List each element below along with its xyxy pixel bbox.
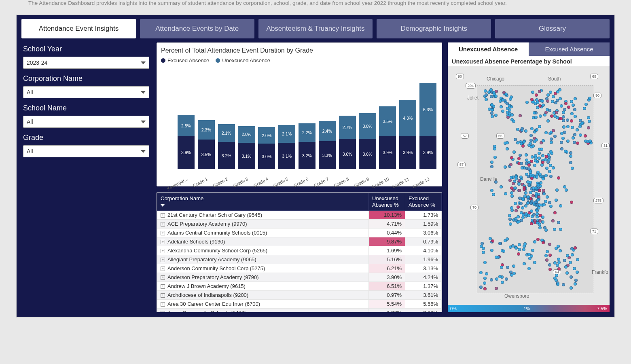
map-school-dot[interactable]	[531, 155, 534, 159]
map-school-dot[interactable]	[549, 175, 553, 178]
chart-area[interactable]: 3.9%2.5%Kindergar...3.5%2.3%Grade 13.2%2…	[161, 66, 438, 169]
map-school-dot[interactable]	[541, 154, 544, 157]
map-school-dot[interactable]	[523, 188, 526, 191]
map-school-dot[interactable]	[508, 218, 512, 221]
map-school-dot[interactable]	[518, 179, 521, 182]
map-school-dot[interactable]	[566, 125, 570, 128]
map-school-dot[interactable]	[549, 205, 553, 208]
tab-4[interactable]: Glossary	[495, 19, 610, 38]
map-school-dot[interactable]	[587, 116, 590, 119]
map-school-dot[interactable]	[538, 148, 541, 151]
map-school-dot[interactable]	[534, 154, 537, 157]
map-school-dot[interactable]	[534, 186, 537, 190]
bar-group[interactable]: 3.9%3.5%Grade 10	[378, 66, 397, 169]
expand-icon[interactable]: +	[161, 275, 165, 280]
map-school-dot[interactable]	[587, 126, 590, 129]
map-school-dot[interactable]	[571, 126, 574, 129]
map-school-dot[interactable]	[541, 220, 544, 224]
map-school-dot[interactable]	[531, 194, 535, 197]
map-school-dot[interactable]	[535, 138, 538, 142]
map-tab-unexcused[interactable]: Unexcused Absence	[448, 42, 529, 56]
map-school-dot[interactable]	[487, 91, 491, 94]
map-school-dot[interactable]	[564, 102, 567, 105]
map-school-dot[interactable]	[494, 95, 498, 98]
map-school-dot[interactable]	[490, 112, 493, 115]
expand-icon[interactable]: +	[161, 311, 165, 312]
col-header-name[interactable]: Corporation Name	[157, 193, 369, 211]
map-school-dot[interactable]	[500, 266, 503, 269]
map-school-dot[interactable]	[521, 166, 524, 169]
map-school-dot[interactable]	[560, 104, 563, 108]
tab-1[interactable]: Attendance Events by Date	[140, 19, 254, 38]
select-grade[interactable]: All	[23, 145, 149, 157]
map-school-dot[interactable]	[530, 127, 534, 130]
bar-group[interactable]: 3.3%2.4%Grade 7	[318, 66, 337, 169]
map-school-dot[interactable]	[508, 108, 511, 112]
map-school-dot[interactable]	[546, 161, 550, 164]
map-school-dot[interactable]	[563, 108, 566, 111]
table-row[interactable]: +Anderson Preparatory Academy (9790)3.90…	[157, 273, 442, 282]
map-school-dot[interactable]	[490, 165, 493, 168]
map-school-dot[interactable]	[530, 222, 533, 225]
map-school-dot[interactable]	[512, 150, 516, 154]
map-school-dot[interactable]	[548, 254, 552, 257]
map-school-dot[interactable]	[567, 106, 570, 109]
expand-icon[interactable]: +	[161, 249, 165, 253]
map-school-dot[interactable]	[506, 266, 509, 269]
map-school-dot[interactable]	[506, 102, 509, 105]
map-school-dot[interactable]	[483, 287, 487, 290]
map-school-dot[interactable]	[510, 273, 513, 277]
bar-group[interactable]: 3.2%2.2%Grade 6	[297, 66, 317, 169]
map-school-dot[interactable]	[569, 151, 572, 154]
map-school-dot[interactable]	[521, 144, 525, 148]
map-school-dot[interactable]	[490, 278, 493, 281]
map-school-dot[interactable]	[544, 174, 548, 177]
map-school-dot[interactable]	[538, 189, 541, 192]
table-row[interactable]: +Archdiocese of Indianapolis (9200)0.97%…	[157, 291, 442, 300]
map-school-dot[interactable]	[548, 243, 551, 246]
map-school-dot[interactable]	[544, 229, 548, 232]
expand-icon[interactable]: +	[161, 231, 165, 235]
expand-icon[interactable]: +	[161, 267, 165, 271]
bar-group[interactable]: 3.9%4.3%Grade 11	[398, 66, 417, 169]
table-row[interactable]: +Allegiant Preparatory Academy (9065)5.1…	[157, 255, 442, 264]
map-school-dot[interactable]	[491, 239, 494, 243]
map-school-dot[interactable]	[504, 192, 507, 195]
map-school-dot[interactable]	[569, 161, 572, 164]
map-school-dot[interactable]	[527, 167, 531, 171]
map-school-dot[interactable]	[557, 258, 560, 261]
map-school-dot[interactable]	[588, 97, 591, 100]
map-school-dot[interactable]	[502, 250, 505, 253]
map-school-dot[interactable]	[500, 105, 503, 108]
map-school-dot[interactable]	[573, 133, 576, 136]
select-school-year[interactable]: 2023-24	[23, 57, 149, 69]
map-school-dot[interactable]	[538, 90, 541, 93]
map-school-dot[interactable]	[550, 138, 553, 141]
map-school-dot[interactable]	[570, 275, 573, 279]
bar-group[interactable]: 3.2%2.1%Grade 2	[217, 66, 236, 169]
bar-group[interactable]: 3.9%2.5%Kindergar...	[176, 66, 196, 169]
map-school-dot[interactable]	[527, 267, 531, 270]
map-school-dot[interactable]	[570, 286, 573, 290]
map-school-dot[interactable]	[531, 91, 534, 94]
tab-0[interactable]: Attendance Event Insights	[21, 19, 136, 38]
map-school-dot[interactable]	[535, 176, 538, 179]
map-school-dot[interactable]	[517, 157, 521, 160]
map-school-dot[interactable]	[569, 261, 572, 264]
map-school-dot[interactable]	[564, 150, 567, 153]
table-row[interactable]: +Alexandria Community School Corp (5265)…	[157, 246, 442, 255]
table-row[interactable]: +Adams Central Community Schools (0015)0…	[157, 229, 442, 237]
table-row[interactable]: +Andrew J Brown Academy (9615)6.51%1.37%	[157, 282, 442, 291]
map-school-dot[interactable]	[548, 170, 551, 173]
map-school-dot[interactable]	[559, 228, 562, 231]
map-school-dot[interactable]	[493, 145, 496, 148]
map-school-dot[interactable]	[485, 98, 488, 101]
map-school-dot[interactable]	[485, 93, 488, 97]
map-school-dot[interactable]	[514, 202, 517, 205]
map-school-dot[interactable]	[500, 185, 503, 188]
col-header-unexcused[interactable]: Unexcused Absence %	[369, 193, 405, 211]
map-school-dot[interactable]	[495, 287, 498, 290]
map-school-dot[interactable]	[524, 191, 527, 195]
map-school-dot[interactable]	[483, 281, 486, 285]
map-school-dot[interactable]	[553, 228, 556, 231]
